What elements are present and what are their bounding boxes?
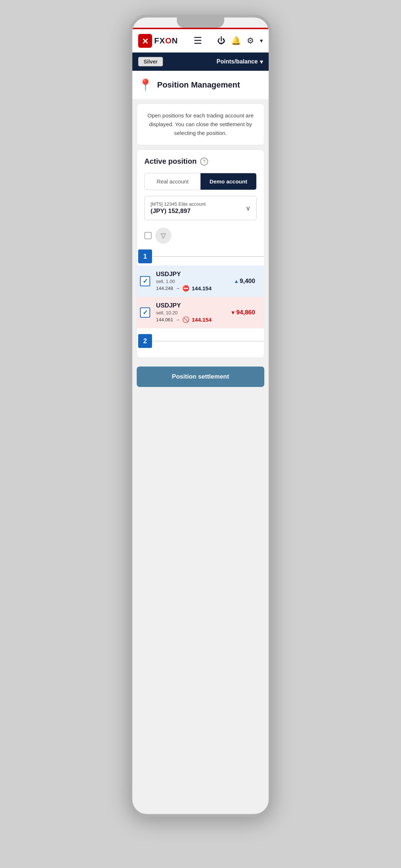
silver-bar: Silver Points/balance ▾	[132, 53, 269, 71]
demo-account-tab[interactable]: Demo account	[200, 173, 256, 190]
tab-buttons: Real account Demo account	[144, 173, 257, 190]
phone-frame: ✕ FXON ☰ ⏻ 🔔 ⚙ ▾ Silver Points/balance ▾…	[129, 15, 272, 817]
item-2-pnl-col: ▼ 94,860	[217, 309, 257, 316]
item-2-price-from: 144.061	[156, 317, 173, 322]
active-position-section: Active position ? Real account Demo acco…	[137, 150, 264, 358]
account-dropdown[interactable]: [MT5] 12345 Elite account (JPY) 152,897 …	[144, 196, 257, 220]
item-1-checkbox-col: ✓	[137, 276, 153, 286]
item-2-current-icon: 🚫	[182, 316, 190, 323]
item-2-pnl-arrow: ▼	[230, 310, 235, 315]
position-item-2: ✓ USDJPY sell, 10.20 144.061 → 🚫 144.154	[137, 297, 264, 328]
item-2-trade-info: sell, 10.20	[156, 310, 214, 315]
settlement-section: Position settlement	[132, 362, 269, 391]
page-content: 📍 Position Management Open positions for…	[132, 71, 269, 421]
item-1-price-current: 144.154	[192, 285, 211, 291]
logo-text: FXON	[154, 36, 178, 46]
dropdown-chevron-icon: ∨	[246, 204, 250, 212]
item-2-checkbox[interactable]: ✓	[140, 307, 150, 318]
section-header: Active position ?	[144, 157, 257, 166]
item-1-trade-info: sell, 1.00	[156, 279, 214, 284]
logo: ✕ FXON	[138, 34, 178, 48]
item-1-arrow: →	[175, 286, 180, 291]
group-2-badge: 2	[138, 334, 152, 348]
group-1-badge-wrapper: 1	[137, 247, 153, 266]
position-group-1: 1 ✓ USDJPY sell, 1.00	[144, 247, 257, 328]
item-1-pnl-col: ▲ 9,400	[217, 278, 257, 285]
header-chevron[interactable]: ▾	[260, 37, 263, 44]
item-1-checkbox[interactable]: ✓	[140, 276, 150, 286]
item-1-pnl: 9,400	[240, 278, 255, 285]
filter-button[interactable]: ▽	[155, 228, 171, 244]
item-2-arrow: →	[175, 317, 180, 322]
hamburger-button[interactable]: ☰	[191, 34, 205, 48]
checkmark-2: ✓	[143, 309, 148, 317]
account-label: [MT5] 12345 Elite account	[151, 201, 206, 207]
item-2-price-row: 144.061 → 🚫 144.154	[156, 316, 214, 323]
points-balance-label: Points/balance	[217, 58, 258, 65]
group-1-badge: 1	[138, 249, 152, 263]
item-2-details: USDJPY sell, 10.20 144.061 → 🚫 144.154	[153, 302, 217, 323]
points-balance-chevron: ▾	[260, 58, 263, 65]
item-1-price-row: 144.248 → ⛔ 144.154	[156, 285, 214, 292]
points-balance-button[interactable]: Points/balance ▾	[217, 58, 263, 65]
group-2-badge-wrapper: 2	[137, 332, 153, 350]
gear-button[interactable]: ⚙	[247, 36, 254, 46]
help-icon[interactable]: ?	[200, 158, 208, 166]
item-1-pnl-arrow: ▲	[234, 278, 239, 284]
item-1-current-icon: ⛔	[182, 285, 190, 292]
silver-badge: Silver	[138, 57, 163, 66]
filter-icon: ▽	[161, 232, 166, 240]
page-title: Position Management	[157, 80, 240, 90]
hamburger-icon: ☰	[194, 35, 202, 46]
svg-text:✕: ✕	[142, 37, 148, 46]
item-1-details: USDJPY sell, 1.00 144.248 → ⛔ 144.154	[153, 271, 217, 292]
location-icon: 📍	[138, 78, 153, 92]
account-info: [MT5] 12345 Elite account (JPY) 152,897	[151, 201, 206, 215]
section-title: Active position	[144, 157, 196, 166]
header-icons: ⏻ 🔔 ⚙ ▾	[217, 36, 263, 46]
bell-button[interactable]: 🔔	[231, 36, 241, 46]
position-item-2-wrapper: ✓ USDJPY sell, 10.20 144.061 → 🚫 144.154	[137, 297, 264, 328]
group-1-row: 1	[137, 247, 264, 266]
phone-notch	[177, 18, 224, 28]
real-account-tab[interactable]: Real account	[145, 173, 200, 190]
position-item-1-wrapper: ✓ USDJPY sell, 1.00 144.248 → ⛔ 144.154	[137, 266, 264, 297]
page-title-section: 📍 Position Management	[132, 71, 269, 99]
item-2-checkbox-col: ✓	[137, 307, 153, 318]
position-controls: ▽	[144, 228, 257, 247]
position-item-1: ✓ USDJPY sell, 1.00 144.248 → ⛔ 144.154	[137, 266, 264, 297]
settlement-button[interactable]: Position settlement	[137, 367, 264, 387]
separator-1	[153, 256, 264, 257]
power-button[interactable]: ⏻	[217, 36, 225, 46]
header: ✕ FXON ☰ ⏻ 🔔 ⚙ ▾	[132, 29, 269, 53]
select-all-checkbox[interactable]	[144, 232, 152, 239]
item-1-symbol: USDJPY	[156, 271, 214, 278]
account-balance: (JPY) 152,897	[151, 208, 206, 215]
info-description: Open positions for each trading account …	[144, 111, 257, 137]
item-2-pnl: 94,860	[236, 309, 255, 316]
item-2-symbol: USDJPY	[156, 302, 214, 309]
item-2-price-current: 144.154	[192, 317, 211, 323]
position-group-2: 2	[144, 332, 257, 350]
separator-2	[153, 341, 264, 341]
item-1-price-from: 144.248	[156, 286, 173, 291]
checkmark-1: ✓	[143, 277, 148, 285]
info-card: Open positions for each trading account …	[137, 104, 264, 145]
group-2-row: 2	[137, 332, 264, 350]
logo-icon: ✕	[138, 34, 152, 48]
